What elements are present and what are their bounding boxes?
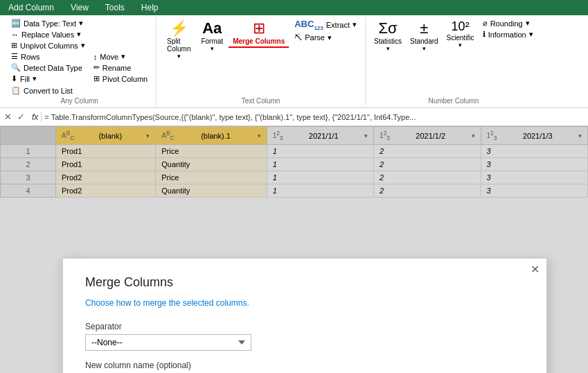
detect-icon: 🔍 bbox=[11, 63, 21, 72]
dialog-subtitle: Choose how to merge the selected columns… bbox=[85, 298, 524, 308]
check-icon[interactable]: ✓ bbox=[16, 112, 26, 122]
dropdown-icon3: ▾ bbox=[81, 41, 85, 50]
move-icon: ↕ bbox=[93, 53, 98, 61]
pivot-column-button[interactable]: ⊞ Pivot Column bbox=[91, 73, 150, 84]
merge-icon: ⊞ bbox=[253, 19, 265, 37]
text-column-label: Text Column bbox=[242, 96, 280, 105]
dialog-close-button[interactable]: ✕ bbox=[531, 264, 540, 275]
extract-icon: ABC123 bbox=[294, 19, 323, 31]
format-button[interactable]: Aa Format ▾ bbox=[198, 18, 226, 53]
ribbon-group-any-column: 🔤 Data Type: Text ▾ ↔ Replace Values ▾ ⊞… bbox=[3, 17, 157, 106]
parse-button[interactable]: ⛏ Parse ▾ bbox=[292, 33, 359, 43]
fill-button[interactable]: ⬇ Fill ▾ bbox=[8, 73, 85, 84]
format-dropdown: ▾ bbox=[211, 45, 214, 52]
rows-button[interactable]: ☰ Rows bbox=[8, 51, 85, 62]
fx-label: fx bbox=[29, 112, 42, 122]
ribbon-group-number-column: Σσ Statistics ▾ ± Standard ▾ 10² Scienti… bbox=[366, 17, 542, 106]
menu-help[interactable]: Help bbox=[139, 1, 161, 14]
data-type-button[interactable]: 🔤 Data Type: Text ▾ bbox=[8, 18, 86, 28]
statistics-label: Statistics bbox=[374, 37, 402, 45]
dropdown-icon2: ▾ bbox=[77, 30, 81, 39]
menu-tools[interactable]: Tools bbox=[103, 1, 127, 14]
statistics-icon: Σσ bbox=[378, 19, 397, 37]
pivot-icon: ⊞ bbox=[93, 74, 100, 83]
standard-icon: ± bbox=[420, 19, 428, 37]
dialog-overlay: ✕ Merge Columns Choose how to merge the … bbox=[0, 126, 588, 373]
menu-add-column[interactable]: Add Column bbox=[6, 1, 57, 14]
rename-button[interactable]: ✏ Rename bbox=[91, 62, 150, 73]
replace-values-icon: ↔ bbox=[11, 31, 19, 39]
standard-button[interactable]: ± Standard ▾ bbox=[407, 18, 441, 53]
replace-values-button[interactable]: ↔ Replace Values ▾ bbox=[8, 29, 84, 40]
move-dropdown: ▾ bbox=[121, 52, 125, 61]
convert-icon: 📋 bbox=[11, 86, 21, 95]
split-dropdown: ▾ bbox=[177, 53, 181, 60]
unpivot-icon: ⊞ bbox=[11, 41, 17, 50]
close-icon[interactable]: ✕ bbox=[3, 112, 13, 122]
merge-columns-button[interactable]: ⊞ Merge Columns bbox=[229, 18, 289, 48]
unpivot-columns-button[interactable]: ⊞ Unpivot Columns ▾ bbox=[8, 40, 88, 51]
scientific-icon: 10² bbox=[452, 19, 470, 34]
number-column-label: Number Column bbox=[428, 96, 479, 105]
detect-data-type-button[interactable]: 🔍 Detect Data Type bbox=[8, 62, 85, 73]
split-icon: ⚡ bbox=[170, 19, 188, 37]
move-button[interactable]: ↕ Move ▾ bbox=[91, 51, 150, 62]
scientific-button[interactable]: 10² Scientific ▾ bbox=[444, 18, 477, 50]
extract-button[interactable]: ABC123 Extract ▾ bbox=[292, 18, 359, 32]
fill-icon: ⬇ bbox=[11, 74, 17, 83]
standard-label: Standard bbox=[410, 37, 438, 45]
merge-columns-dialog: ✕ Merge Columns Choose how to merge the … bbox=[62, 258, 547, 373]
any-column-label: Any Column bbox=[60, 96, 98, 105]
split-column-button[interactable]: ⚡ SplitColumn ▾ bbox=[162, 18, 195, 61]
scientific-label: Scientific bbox=[447, 34, 474, 42]
content-area: ABC (blank) ▾ ABC (blank).1 ▾ bbox=[0, 126, 588, 373]
ribbon-group-text-column: ⚡ SplitColumn ▾ Aa Format ▾ ⊞ Merge Colu… bbox=[157, 17, 366, 106]
parse-icon: ⛏ bbox=[294, 33, 302, 42]
menu-bar: Add Column View Tools Help bbox=[0, 0, 588, 15]
formula-bar: ✕ ✓ fx bbox=[0, 108, 588, 126]
statistics-button[interactable]: Σσ Statistics ▾ bbox=[371, 18, 404, 53]
rounding-icon: ⌀ bbox=[483, 19, 488, 28]
format-icon: Aa bbox=[202, 19, 222, 37]
format-label: Format bbox=[201, 37, 223, 45]
data-type-icon: 🔤 bbox=[11, 19, 21, 28]
ribbon: 🔤 Data Type: Text ▾ ↔ Replace Values ▾ ⊞… bbox=[0, 15, 588, 108]
rounding-button[interactable]: ⌀ Rounding ▾ bbox=[480, 18, 536, 28]
separator-label: Separator bbox=[85, 322, 524, 331]
convert-to-list-button[interactable]: 📋 Convert to List bbox=[8, 85, 75, 96]
formula-input[interactable] bbox=[44, 113, 585, 121]
merge-label: Merge Columns bbox=[233, 37, 285, 45]
rename-icon: ✏ bbox=[93, 63, 100, 72]
separator-select[interactable]: --None-- Comma Semicolon Space Tab Colon bbox=[85, 334, 251, 351]
dialog-title: Merge Columns bbox=[85, 275, 524, 290]
menu-view[interactable]: View bbox=[68, 1, 91, 14]
fill-dropdown: ▾ bbox=[33, 74, 37, 83]
rows-icon: ☰ bbox=[11, 52, 18, 61]
split-label: SplitColumn bbox=[167, 37, 190, 53]
new-column-label: New column name (optional) bbox=[85, 361, 524, 370]
information-button[interactable]: ℹ Information ▾ bbox=[480, 29, 536, 40]
dropdown-icon: ▾ bbox=[79, 19, 83, 28]
information-icon: ℹ bbox=[483, 30, 485, 39]
